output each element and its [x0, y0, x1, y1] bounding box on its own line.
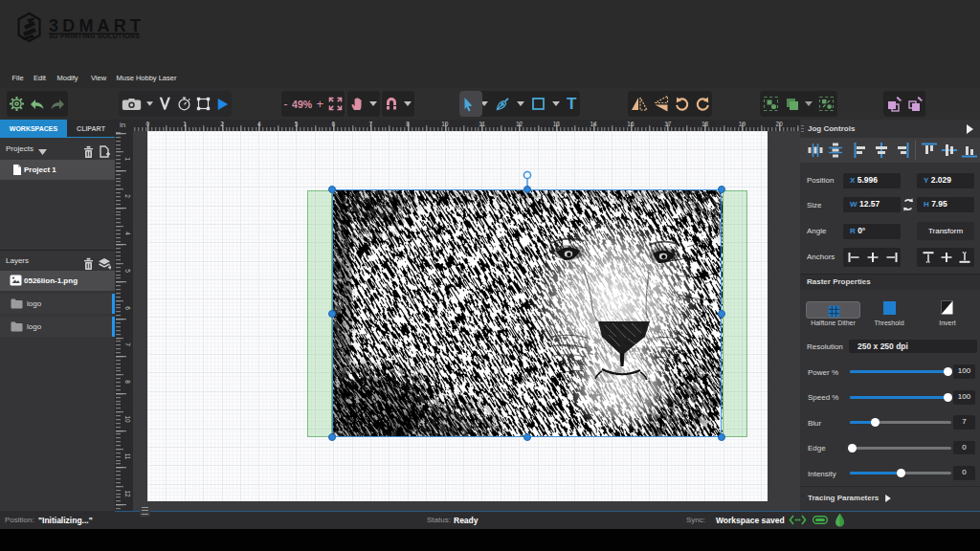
svg-text:3D PRINTING SOLUTIONS: 3D PRINTING SOLUTIONS [49, 32, 140, 40]
